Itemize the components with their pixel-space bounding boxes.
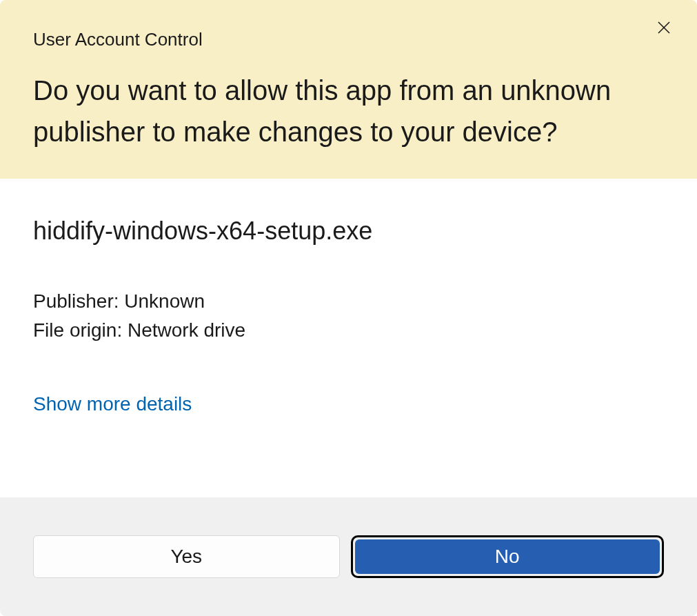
origin-line: File origin: Network drive (33, 316, 664, 345)
no-button[interactable]: No (355, 539, 660, 574)
show-details-link[interactable]: Show more details (33, 393, 192, 415)
origin-value: Network drive (128, 319, 245, 341)
no-button-focus-ring: No (351, 535, 665, 578)
publisher-value: Unknown (124, 290, 205, 312)
close-button[interactable] (650, 14, 678, 41)
dialog-question: Do you want to allow this app from an un… (33, 70, 664, 152)
publisher-line: Publisher: Unknown (33, 287, 664, 316)
dialog-footer: Yes No (0, 497, 697, 616)
dialog-title: User Account Control (33, 29, 664, 50)
dialog-body: hiddify-windows-x64-setup.exe Publisher:… (0, 179, 697, 497)
close-icon (656, 19, 672, 36)
app-filename: hiddify-windows-x64-setup.exe (33, 217, 664, 246)
yes-button[interactable]: Yes (33, 535, 340, 578)
uac-dialog: User Account Control Do you want to allo… (0, 0, 697, 616)
dialog-header: User Account Control Do you want to allo… (0, 0, 697, 179)
publisher-label: Publisher: (33, 290, 119, 312)
origin-label: File origin: (33, 319, 122, 341)
